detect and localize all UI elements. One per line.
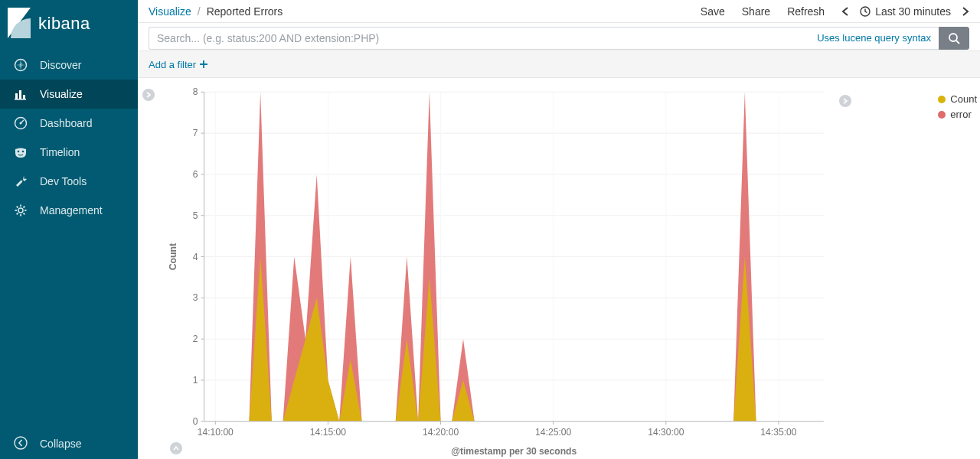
search-button[interactable] bbox=[939, 27, 969, 50]
svg-text:0: 0 bbox=[193, 416, 198, 427]
plus-icon bbox=[200, 60, 207, 68]
svg-text:4: 4 bbox=[193, 252, 198, 262]
search-icon bbox=[948, 32, 960, 44]
svg-text:7: 7 bbox=[193, 128, 198, 138]
collapse-label: Collapse bbox=[40, 438, 81, 450]
svg-point-11 bbox=[18, 208, 23, 213]
gear-icon bbox=[14, 203, 28, 217]
time-next-button[interactable] bbox=[962, 7, 969, 16]
sidebar-item-discover[interactable]: Discover bbox=[0, 50, 138, 80]
breadcrumb: Visualize / Reported Errors bbox=[149, 5, 283, 18]
breadcrumb-current: Reported Errors bbox=[207, 5, 283, 18]
svg-point-22 bbox=[949, 34, 957, 41]
svg-text:14:30:00: 14:30:00 bbox=[648, 427, 684, 438]
svg-text:5: 5 bbox=[193, 210, 198, 221]
add-filter-button[interactable]: Add a filter bbox=[149, 59, 207, 70]
sidebar: kibana Discover Visualize Dashboard bbox=[0, 0, 138, 459]
svg-line-19 bbox=[24, 207, 25, 208]
sidebar-item-visualize[interactable]: Visualize bbox=[0, 80, 138, 109]
top-actions: Save Share Refresh Last 30 minutes bbox=[701, 5, 969, 18]
lucene-syntax-link[interactable]: Uses lucene query syntax bbox=[817, 32, 931, 44]
svg-text:Count: Count bbox=[168, 243, 178, 270]
collapse-sidebar-button[interactable]: Collapse bbox=[0, 428, 138, 459]
topbar: Visualize / Reported Errors Save Share R… bbox=[138, 0, 980, 23]
svg-rect-5 bbox=[23, 95, 25, 99]
sidebar-item-timelion[interactable]: Timelion bbox=[0, 138, 138, 167]
share-button[interactable]: Share bbox=[742, 5, 770, 18]
svg-text:@timestamp per 30 seconds: @timestamp per 30 seconds bbox=[451, 446, 577, 457]
svg-point-8 bbox=[20, 122, 22, 125]
sidebar-item-management[interactable]: Management bbox=[0, 196, 138, 225]
svg-point-20 bbox=[15, 437, 27, 449]
brand-text: kibana bbox=[38, 14, 90, 34]
gauge-icon bbox=[14, 116, 28, 130]
sidebar-item-devtools[interactable]: Dev Tools bbox=[0, 167, 138, 196]
svg-line-17 bbox=[24, 213, 25, 215]
search-row: Uses lucene query syntax bbox=[138, 23, 980, 50]
svg-point-10 bbox=[22, 151, 24, 153]
add-filter-label: Add a filter bbox=[149, 59, 196, 70]
svg-point-9 bbox=[18, 151, 20, 153]
sidebar-item-label: Management bbox=[40, 204, 103, 216]
svg-text:3: 3 bbox=[193, 292, 198, 303]
svg-line-23 bbox=[956, 41, 959, 44]
kibana-logo-icon bbox=[8, 8, 31, 40]
svg-text:2: 2 bbox=[193, 334, 198, 344]
save-button[interactable]: Save bbox=[701, 5, 725, 18]
time-range-button[interactable]: Last 30 minutes bbox=[860, 5, 951, 18]
clock-icon bbox=[860, 6, 871, 17]
svg-text:14:20:00: 14:20:00 bbox=[423, 427, 459, 438]
expand-panel-button[interactable] bbox=[142, 89, 155, 101]
nav: Discover Visualize Dashboard Timelion bbox=[0, 47, 138, 428]
time-picker: Last 30 minutes bbox=[841, 5, 969, 18]
svg-rect-4 bbox=[19, 90, 21, 99]
chart[interactable]: 01234567814:10:0014:15:0014:20:0014:25:0… bbox=[165, 83, 971, 459]
chevron-right-icon bbox=[145, 92, 152, 98]
breadcrumb-sep: / bbox=[198, 5, 201, 18]
wrench-icon bbox=[14, 174, 28, 188]
visualization-area: Count error 01234567814:10:0014:15:0014:… bbox=[138, 78, 980, 459]
search-input[interactable] bbox=[157, 32, 817, 44]
svg-rect-6 bbox=[15, 99, 26, 100]
logo[interactable]: kibana bbox=[0, 0, 138, 47]
mask-icon bbox=[14, 145, 28, 159]
chart-bar-icon bbox=[14, 87, 28, 101]
sidebar-item-label: Visualize bbox=[40, 88, 83, 100]
svg-text:14:10:00: 14:10:00 bbox=[198, 427, 234, 438]
svg-text:14:35:00: 14:35:00 bbox=[760, 427, 796, 438]
svg-text:8: 8 bbox=[193, 86, 198, 97]
chevron-left-circle-icon bbox=[14, 436, 28, 452]
breadcrumb-root[interactable]: Visualize bbox=[149, 5, 191, 18]
refresh-button[interactable]: Refresh bbox=[787, 5, 825, 18]
sidebar-item-label: Dashboard bbox=[40, 117, 93, 129]
filter-bar: Add a filter bbox=[138, 50, 980, 78]
sidebar-item-label: Discover bbox=[40, 59, 81, 71]
svg-text:1: 1 bbox=[193, 375, 198, 386]
svg-text:6: 6 bbox=[193, 169, 198, 180]
time-range-label: Last 30 minutes bbox=[875, 5, 951, 18]
svg-line-18 bbox=[17, 213, 18, 215]
sidebar-item-dashboard[interactable]: Dashboard bbox=[0, 109, 138, 138]
sidebar-item-label: Dev Tools bbox=[40, 175, 87, 187]
compass-icon bbox=[14, 58, 28, 72]
time-prev-button[interactable] bbox=[841, 7, 849, 16]
sidebar-item-label: Timelion bbox=[40, 146, 80, 158]
svg-line-16 bbox=[17, 207, 18, 208]
search-wrap: Uses lucene query syntax bbox=[149, 27, 939, 50]
svg-rect-3 bbox=[15, 93, 18, 99]
main: Visualize / Reported Errors Save Share R… bbox=[138, 0, 980, 459]
svg-text:14:25:00: 14:25:00 bbox=[535, 427, 571, 438]
svg-text:14:15:00: 14:15:00 bbox=[310, 427, 346, 438]
